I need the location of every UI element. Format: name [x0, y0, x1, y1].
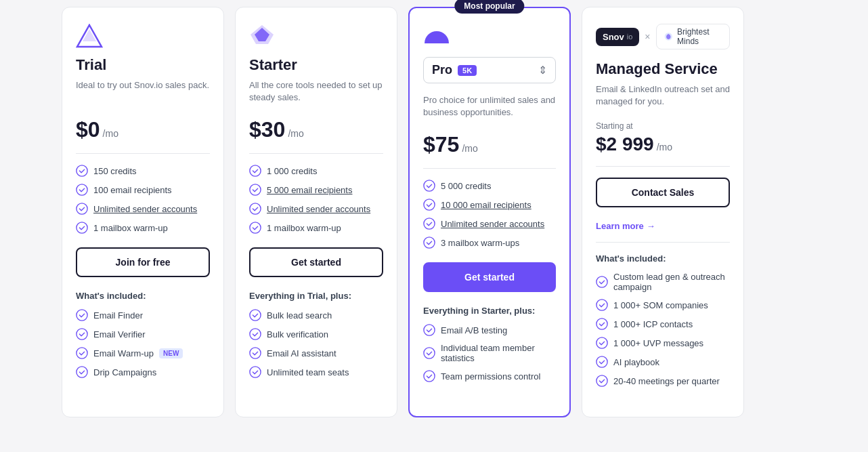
arrow-right-icon: →: [647, 221, 655, 231]
svg-point-7: [77, 329, 87, 340]
pro-selector-left: Pro 5K: [432, 63, 477, 77]
starter-section-label: Everything in Trial, plus:: [249, 291, 383, 301]
pro-cta-button[interactable]: Get started: [423, 262, 556, 292]
pro-price-row: $75 /mo: [423, 132, 556, 157]
starter-features-bottom: Bulk lead search Bulk verification Email…: [249, 309, 383, 378]
svg-point-12: [250, 165, 261, 176]
list-item: Unlimited team seats: [249, 366, 383, 378]
pro-divider: [423, 168, 556, 169]
starter-period: /mo: [288, 128, 303, 139]
starter-features-top: 1 000 credits 5 000 email recipients Unl…: [249, 165, 383, 234]
managed-price-starting: Starting at: [596, 121, 730, 131]
pro-features-bottom: Email A/B testing Individual team member…: [423, 324, 556, 382]
pro-icon: [423, 24, 450, 49]
check-icon: [76, 366, 88, 378]
svg-point-2: [77, 165, 87, 176]
pro-plan-selector[interactable]: Pro 5K ⇕: [423, 57, 556, 83]
managed-features: Custom lead gen & outreach campaign 1 00…: [596, 272, 730, 387]
managed-section-label: What's included:: [596, 253, 730, 264]
list-item: 100 email recipients: [76, 184, 210, 196]
check-icon: [596, 375, 608, 387]
list-item: Drip Campaigns: [76, 366, 210, 378]
starter-cta-button[interactable]: Get started: [249, 247, 383, 277]
svg-point-17: [250, 329, 261, 340]
check-icon: [249, 309, 261, 321]
new-badge: NEW: [159, 348, 183, 358]
trial-section-label: What's included:: [76, 291, 210, 301]
check-icon: [249, 366, 261, 378]
svg-point-30: [596, 276, 607, 287]
svg-point-18: [250, 348, 261, 358]
pro-section-label: Everything in Starter, plus:: [423, 306, 556, 316]
list-item: 5 000 credits: [423, 180, 556, 192]
svg-point-25: [424, 237, 435, 248]
svg-point-26: [424, 325, 435, 335]
trial-icon: [76, 24, 103, 48]
pro-period: /mo: [462, 143, 477, 154]
starter-price: $30: [249, 117, 285, 142]
starter-icon: [249, 24, 276, 48]
managed-card: Snov io × Brightest Minds Managed Servic…: [582, 7, 744, 417]
list-item: Individual team member statistics: [423, 343, 556, 363]
managed-divider-2: [596, 242, 730, 243]
check-icon: [76, 347, 88, 359]
pro-card: Most popular Pro 5K ⇕ Pro choice for unl…: [408, 7, 571, 417]
svg-point-28: [424, 371, 435, 382]
check-icon: [596, 318, 608, 330]
list-item: Unlimited sender accounts: [423, 218, 556, 230]
managed-learn-more-link[interactable]: Learn more →: [596, 221, 730, 231]
list-item: 3 mailbox warm-ups: [423, 237, 556, 249]
list-item: 150 credits: [76, 165, 210, 177]
list-item: 10 000 email recipients: [423, 199, 556, 211]
list-item: Custom lead gen & outreach campaign: [596, 272, 730, 292]
list-item: Unlimited sender accounts: [249, 203, 383, 215]
chevron-updown-icon: ⇕: [538, 64, 547, 77]
list-item: 5 000 email recipients: [249, 184, 383, 196]
managed-contact-button[interactable]: Contact Sales: [596, 178, 730, 207]
list-item: 1 mailbox warm-up: [249, 222, 383, 234]
trial-cta-button[interactable]: Join for free: [76, 247, 210, 277]
trial-divider: [76, 153, 210, 154]
check-icon: [596, 276, 608, 288]
check-icon: [423, 324, 435, 336]
check-icon: [76, 203, 88, 215]
list-item: Bulk lead search: [249, 309, 383, 321]
brightest-minds-icon: [664, 30, 674, 43]
check-icon: [76, 165, 88, 177]
trial-card: Trial Ideal to try out Snov.io sales pac…: [62, 7, 224, 417]
pro-features-top: 5 000 credits 10 000 email recipients Un…: [423, 180, 556, 249]
starter-divider: [249, 153, 383, 154]
trial-price-row: $0 /mo: [76, 117, 210, 142]
list-item: Email AI assistant: [249, 347, 383, 359]
snov-logo-io: io: [627, 33, 633, 41]
trial-description: Ideal to try out Snov.io sales pack.: [76, 79, 210, 104]
pro-description: Pro choice for unlimited sales and busin…: [423, 94, 556, 119]
check-icon: [423, 218, 435, 230]
managed-logo: Snov io × Brightest Minds: [596, 24, 730, 49]
pro-tier-badge: 5K: [458, 65, 477, 76]
check-icon: [249, 328, 261, 340]
check-icon: [249, 347, 261, 359]
list-item: Unlimited sender accounts: [76, 203, 210, 215]
svg-marker-1: [83, 29, 96, 41]
svg-point-4: [77, 203, 87, 214]
svg-point-8: [77, 348, 87, 358]
svg-point-22: [424, 180, 435, 191]
check-icon: [249, 203, 261, 215]
list-item: Team permissions control: [423, 370, 556, 382]
check-icon: [423, 199, 435, 211]
check-icon: [423, 370, 435, 382]
list-item: Email Warm-up NEW: [76, 347, 210, 359]
svg-point-33: [596, 337, 607, 348]
trial-plan-name: Trial: [76, 56, 210, 74]
managed-divider: [596, 166, 730, 167]
managed-plan-name: Managed Service: [596, 60, 730, 78]
starter-card: Starter All the core tools needed to set…: [235, 7, 397, 417]
list-item: 20-40 meetings per quarter: [596, 375, 730, 387]
list-item: Bulk verification: [249, 328, 383, 340]
list-item: 1 000+ ICP contacts: [596, 318, 730, 330]
svg-point-27: [424, 348, 435, 358]
list-item: AI playbook: [596, 356, 730, 368]
trial-period: /mo: [103, 128, 118, 139]
svg-point-34: [596, 356, 607, 367]
